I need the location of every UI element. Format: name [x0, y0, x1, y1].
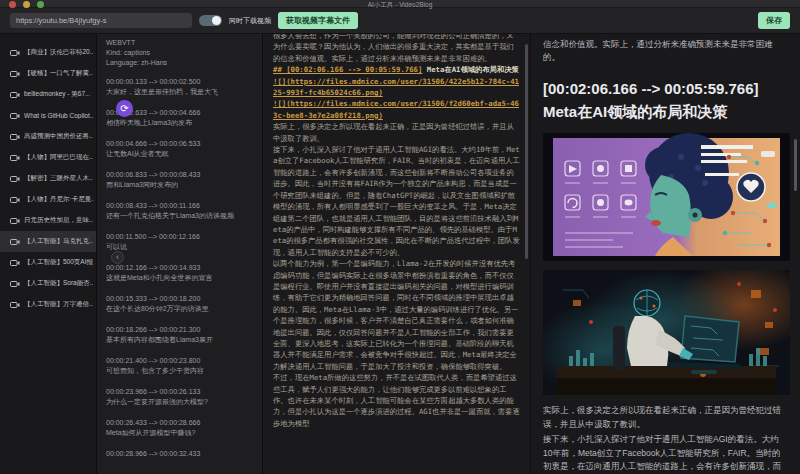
refresh-icon: ⟳ — [120, 103, 128, 114]
video-camera-icon — [10, 259, 20, 267]
fetch-subtitles-button[interactable]: 获取视频字幕文件 — [278, 12, 358, 29]
preview-panel: 信念和价值观。实际上，通过分析来准确预测未来是非常困难的。 [00:02:06.… — [531, 34, 800, 474]
preview-paragraph-top: 信念和价值观。实际上，通过分析来准确预测未来是非常困难的。 — [543, 38, 788, 64]
subtitle-cue: 00:00:21.400 --> 00:00:23.800 可想而知，包含了多少… — [106, 356, 254, 376]
video-camera-icon — [10, 112, 20, 120]
subtitle-cue: 00:00:12.166 --> 00:00:14.933 这就是Meta和小扎… — [106, 263, 254, 283]
download-video-toggle[interactable] — [199, 15, 222, 26]
toggle-knob — [212, 16, 221, 25]
cue-timestamp: 00:00:00.133 --> 00:00:02.500 — [106, 77, 254, 87]
markdown-block: 不过，现在Meta所做的这些努力，并不是在试图取代人类，而是希望通过这些工具，赋… — [273, 372, 520, 429]
video-list-item[interactable]: What is GitHub Copilot... — [0, 105, 96, 126]
markdown-text: ![](https://files.mdnice.com/user/31506/… — [273, 77, 519, 97]
video-title-label: 【商业】沃伦巴菲特20... — [24, 48, 93, 57]
title-bar: AI小工具 - Video2Blog — [0, 0, 800, 8]
download-video-toggle-label: 同时下载视频 — [229, 16, 271, 26]
save-button[interactable]: 保存 — [758, 12, 790, 29]
markdown-text: 以两个能力为例，第一个是编码能力，Llama-2在开发的时候并没有优先考虑编码功… — [273, 259, 518, 371]
markdown-content: 很多人会去想，作为一个美股的公司，能做到对现在的公司正确清楚的，又为什么要卖呢？… — [273, 34, 520, 429]
cue-text: 这就是Meta和小扎向全世界的宣言 — [106, 273, 254, 283]
video-url-input[interactable] — [10, 13, 192, 28]
markdown-text: ![](https://files.mdnice.com/user/31506/… — [273, 99, 519, 119]
video-title-label: 【人物】丹尼尔·卡尼曼... — [24, 195, 93, 204]
video-title-label: 【人物】阿里巴巴现在... — [24, 153, 93, 162]
subtitle-cue: 00:00:04.666 --> 00:00:06.533 让无数AI从业者无眠 — [106, 139, 254, 159]
video-title-label: belliedmonkey - 第67... — [24, 90, 90, 99]
markdown-block: ![](https://files.mdnice.com/user/31506/… — [273, 76, 520, 99]
subtitle-cue: 00:00:15.333 --> 00:00:18.200 在这个长达80分钟2… — [106, 294, 254, 314]
video-list-item[interactable]: 【人工智能】500页AI报... — [0, 252, 96, 273]
video-list-item[interactable]: 【人工智能】马克扎克... — [0, 231, 96, 252]
video-list-sidebar: 【商业】沃伦巴菲特20... 【硬核】一口气了解黄... belliedmo — [0, 34, 97, 474]
subtitle-cue: 00:00:23.966 --> 00:00:26.133 为什么一定要开源最强… — [106, 387, 254, 407]
video-title-label: 日元历史性加息，意味... — [24, 216, 93, 225]
video-title-label: 【人工智能】马克扎克... — [24, 237, 93, 246]
cue-timestamp: 00:00:12.166 --> 00:00:14.933 — [106, 263, 254, 273]
cue-timestamp: 00:00:26.433 --> 00:00:28.666 — [106, 418, 254, 428]
cue-timestamp: 00:00:23.966 --> 00:00:26.133 — [106, 387, 254, 397]
cue-text: 大家好，这里是最佳拍档，我是大飞 — [106, 87, 254, 97]
markdown-block: ![](https://files.mdnice.com/user/31506/… — [273, 98, 520, 121]
preview-scrollbar[interactable] — [794, 139, 797, 191]
markdown-block: 接下来，小扎深入探讨了他对于通用人工智能AGI的看法。大约10年前，Meta创立… — [273, 144, 520, 258]
markdown-block: 很多人会去想，作为一个美股的公司，能做到对现在的公司正确清楚的，又为什么要卖呢？… — [273, 34, 520, 64]
markdown-text: 很多人会去想，作为一个美股的公司，能做到对现在的公司正确清楚的，又为什么要卖呢？… — [273, 34, 514, 63]
chevron-left-icon: ‹ — [116, 252, 119, 262]
preview-image-ai-woman-profile — [543, 133, 790, 261]
subtitle-cue: 00:00:18.266 --> 00:00:21.300 基本所有内容都围绕着… — [106, 325, 254, 345]
preview-image-cyborg-at-laptop — [543, 270, 790, 395]
cue-text: 在这个长达80分钟2万字的访谈里 — [106, 304, 254, 314]
video-list-item[interactable]: 【解密】三眼外星人木... — [0, 168, 96, 189]
vtt-kind-line: Kind: captions — [106, 48, 254, 58]
video-title-label: 【人工智能】Sora能否... — [24, 279, 93, 288]
markdown-block: ## [00:02:06.166 --> 00:05:59.766] Meta在… — [273, 64, 520, 75]
cue-timestamp: 00:00:06.833 --> 00:00:08.433 — [106, 170, 254, 180]
video-camera-icon — [10, 154, 20, 162]
video-title-label: 【解密】三眼外星人木... — [24, 174, 93, 183]
subtitle-cue: 00:00:06.833 --> 00:00:08.433 而和Llama3同时… — [106, 170, 254, 190]
window-title: AI小工具 - Video2Blog — [0, 0, 800, 9]
subtitle-cue: 00:00:26.433 --> 00:00:28.666 Meta如何从开源模… — [106, 418, 254, 438]
video-list-item[interactable]: 高盛预测中国房价还将... — [0, 126, 96, 147]
video-camera-icon — [10, 217, 20, 225]
video-list-item[interactable]: 【人物】阿里巴巴现在... — [0, 147, 96, 168]
cue-timestamp: 00:00:15.333 --> 00:00:18.200 — [106, 294, 254, 304]
cue-text: 相信昨天晚上Llama3的发布 — [106, 118, 254, 128]
video-camera-icon — [10, 301, 20, 309]
preview-paragraph-1: 实际上，很多决定之所以现在看起来正确，正是因为曾经犯过错误，并且从中汲取了教训。 — [543, 404, 788, 431]
markdown-block: 以两个能力为例，第一个是编码能力，Llama-2在开发的时候并没有优先考虑编码功… — [273, 258, 520, 372]
video-list-item[interactable]: 【商业】沃伦巴菲特20... — [0, 42, 96, 63]
editor-scrollbar[interactable] — [525, 44, 528, 259]
vtt-header: WEBVTT Kind: captions Language: zh-Hans — [106, 38, 254, 68]
video-list-item[interactable]: 【人工智能】万字通俗... — [0, 294, 96, 315]
video-list-item[interactable]: 【人工智能】Sora能否... — [0, 273, 96, 294]
video-camera-icon — [10, 49, 20, 57]
markdown-text: 接下来，小扎深入探讨了他对于通用人工智能AGI的看法。大约10年前，Meta创立… — [273, 145, 520, 257]
video-title-label: 【人工智能】500页AI报... — [24, 258, 93, 267]
cue-timestamp: 00:00:04.666 --> 00:00:06.533 — [106, 139, 254, 149]
cue-text: 而和Llama3同时发布的 — [106, 180, 254, 190]
cue-timestamp: 00:00:28.966 --> 00:00:32.433 — [106, 449, 254, 459]
cue-text: 为什么一定要开源最强的大模型? — [106, 397, 254, 407]
markdown-text: 不过，现在Meta所做的这些努力，并不是在试图取代人类，而是希望通过这些工具，赋… — [273, 373, 520, 428]
ai-action-floating-button[interactable]: ⟳ — [116, 100, 133, 117]
video-title-label: 【硬核】一口气了解黄... — [24, 69, 93, 78]
preview-paragraph-2: 接下来，小扎深入探讨了他对于通用人工智能AGI的看法。大约10年前，Meta创立… — [543, 433, 788, 474]
markdown-editor-panel[interactable]: 很多人会去想，作为一个美股的公司，能做到对现在的公司正确清楚的，又为什么要卖呢？… — [263, 34, 531, 474]
sidebar-collapse-button[interactable]: ‹ — [111, 251, 124, 264]
video-list-item[interactable]: 【人物】丹尼尔·卡尼曼... — [0, 189, 96, 210]
video-camera-icon — [10, 91, 20, 99]
video-camera-icon — [10, 70, 20, 78]
video-camera-icon — [10, 175, 20, 183]
video-list-item[interactable]: 【硬核】一口气了解黄... — [0, 63, 96, 84]
video-list-item[interactable]: 日元历史性加息，意味... — [0, 210, 96, 231]
vtt-format-line: WEBVTT — [106, 38, 254, 48]
video-title-label: 高盛预测中国房价还将... — [24, 132, 93, 141]
markdown-heading-prefix: ## [00:02:06.166 --> 00:05:59.766] — [273, 65, 422, 74]
cue-list: 00:00:00.133 --> 00:00:02.500 大家好，这里是最佳拍… — [106, 77, 254, 459]
video-list-item[interactable]: belliedmonkey - 第67... — [0, 84, 96, 105]
preview-section-heading: [00:02:06.166 --> 00:05:59.766] Meta在AI领… — [543, 77, 788, 123]
cue-text: Meta如何从开源模型中赚钱? — [106, 428, 254, 438]
cue-timestamp: 00:00:11.500 --> 00:00:12.166 — [106, 232, 254, 242]
cue-timestamp: 00:00:21.400 --> 00:00:23.800 — [106, 356, 254, 366]
